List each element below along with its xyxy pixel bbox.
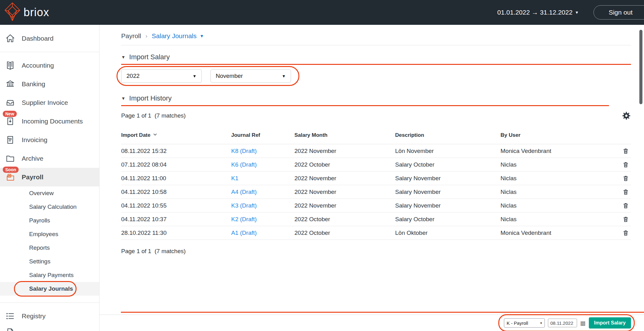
- sidebar-subitem-overview[interactable]: Overview: [0, 186, 99, 200]
- main-content: Payroll › Salary Journals ▼ ▼ Import Sal…: [99, 25, 644, 315]
- column-header-journal-ref: Journal Ref: [231, 132, 294, 144]
- journal-ref-link[interactable]: A4 (Draft): [231, 189, 257, 195]
- column-header-description: Description: [395, 132, 501, 144]
- sidebar-subitem-label: Salary Journals: [29, 285, 73, 292]
- cell-import-date: 08.11.2022 15:32: [121, 144, 231, 158]
- select-caret-icon: ▼: [282, 74, 286, 78]
- cell-by-user: Niclas: [501, 199, 611, 212]
- sidebar-subitem-label: Reports: [29, 244, 50, 251]
- gear-icon[interactable]: [622, 111, 631, 120]
- table-row: 04.11.2022 10:55 K3 (Draft) 2022 Novembe…: [121, 199, 631, 212]
- sidebar-subitem-payrolls[interactable]: Payrolls: [0, 214, 99, 227]
- trash-icon[interactable]: [622, 189, 629, 195]
- new-badge: New: [3, 111, 17, 117]
- journal-ref-link[interactable]: K2 (Draft): [231, 216, 257, 222]
- footer-controls: K - Payroll ▾ ▦ Import Salary: [504, 317, 631, 329]
- sidebar-subitem-reports[interactable]: Reports: [0, 241, 99, 255]
- column-label: Import Date: [121, 132, 150, 138]
- breadcrumb-current[interactable]: Salary Journals ▼: [152, 32, 204, 40]
- calendar-picker-icon[interactable]: ▦: [580, 320, 586, 326]
- cell-import-date: 04.11.2022 10:58: [121, 185, 231, 199]
- sort-desc-icon: [153, 132, 157, 138]
- column-header-by-user: By User: [501, 132, 611, 144]
- sidebar-subitem-label: Employees: [29, 231, 58, 238]
- home-icon: [5, 33, 15, 44]
- section-title: Import Salary: [129, 53, 170, 61]
- journal-type-select[interactable]: K - Payroll ▾: [504, 318, 545, 328]
- sidebar-subitem-salary-journals[interactable]: Salary Journals: [0, 282, 99, 296]
- cell-salary-month: 2022 November: [294, 199, 395, 212]
- invoice-document-icon: [5, 135, 15, 145]
- sidebar-subitem-settings[interactable]: Settings: [0, 255, 99, 268]
- table-row: 07.11.2022 08:04 K6 (Draft) 2022 October…: [121, 158, 631, 172]
- sidebar-item-partial[interactable]: [0, 326, 99, 331]
- breadcrumb-parent[interactable]: Payroll: [121, 32, 141, 40]
- journal-date-input[interactable]: [548, 319, 577, 327]
- journal-type-value: K - Payroll: [507, 320, 528, 326]
- select-caret-icon: ▾: [540, 321, 542, 325]
- journal-ref-link[interactable]: K3 (Draft): [231, 202, 257, 209]
- sidebar-item-label: Dashboard: [22, 35, 54, 42]
- sidebar-subitem-salary-payments[interactable]: Salary Payments: [0, 268, 99, 282]
- journal-ref-link[interactable]: K6 (Draft): [231, 161, 257, 168]
- cell-description: Lön November: [395, 144, 501, 158]
- sidebar-item-payroll[interactable]: Soon Payroll: [0, 168, 99, 186]
- sign-out-button[interactable]: Sign out: [593, 5, 644, 20]
- sidebar-item-incoming-documents[interactable]: New Incoming Documents: [0, 112, 99, 131]
- sidebar-subitem-salary-calculation[interactable]: Salary Calculation: [0, 200, 99, 214]
- sidebar-item-label: Accounting: [22, 62, 54, 69]
- journal-ref-link[interactable]: K8 (Draft): [231, 148, 257, 154]
- trash-icon[interactable]: [622, 230, 629, 236]
- bank-icon: [5, 79, 15, 89]
- sidebar-item-invoicing[interactable]: Invoicing: [0, 131, 99, 149]
- trash-icon[interactable]: [622, 148, 629, 154]
- cell-salary-month: 2022 November: [294, 144, 395, 158]
- payroll-icon: Soon: [5, 172, 15, 182]
- cell-description: Salary October: [395, 212, 501, 226]
- trash-icon[interactable]: [622, 161, 629, 168]
- sidebar-item-supplier-invoice[interactable]: Supplier Invoice: [0, 93, 99, 112]
- sidebar-item-accounting[interactable]: Accounting: [0, 56, 99, 75]
- sidebar-divider: [0, 302, 99, 303]
- sidebar-subitem-label: Salary Calculation: [29, 204, 77, 210]
- table-header-row: Import Date Journal Ref Salary Month Des…: [121, 132, 631, 144]
- trash-icon[interactable]: [622, 216, 629, 223]
- import-salary-button[interactable]: Import Salary: [589, 317, 631, 329]
- sidebar-item-archive[interactable]: Archive: [0, 149, 99, 168]
- journal-ref-link[interactable]: K1: [231, 175, 238, 181]
- annotation-line-import-history: [121, 105, 609, 106]
- table-row: 28.10.2022 11:30 A1 (Draft) 2022 October…: [121, 226, 631, 240]
- trash-icon[interactable]: [622, 202, 629, 209]
- page-info-top: Page 1 of 1 (7 matches): [121, 112, 186, 119]
- year-select[interactable]: 2022 ▼: [121, 69, 202, 83]
- cell-description: Salary October: [395, 158, 501, 172]
- sidebar-item-label: Registry: [22, 312, 46, 320]
- column-header-import-date[interactable]: Import Date: [121, 132, 231, 144]
- cell-description: Lön Oktober: [395, 226, 501, 240]
- brand-diamond-icon: [4, 2, 20, 23]
- breadcrumb-separator: ›: [145, 33, 147, 39]
- vertical-scrollbar[interactable]: [639, 30, 642, 104]
- sidebar-item-registry[interactable]: Registry: [0, 307, 99, 325]
- sidebar-subitem-employees[interactable]: Employees: [0, 227, 99, 241]
- sidebar-item-label: Invoicing: [22, 136, 47, 144]
- month-select[interactable]: November ▼: [210, 69, 291, 83]
- year-select-value: 2022: [126, 73, 139, 79]
- brand-logo[interactable]: briox: [4, 2, 49, 23]
- cell-import-date: 04.11.2022 10:37: [121, 212, 231, 226]
- trash-icon[interactable]: [622, 175, 629, 182]
- breadcrumb-current-label: Salary Journals: [152, 32, 197, 40]
- cell-import-date: 04.11.2022 10:55: [121, 199, 231, 212]
- journal-ref-link[interactable]: A1 (Draft): [231, 230, 257, 236]
- cell-salary-month: 2022 October: [294, 158, 395, 172]
- top-bar: briox 01.01.2022 → 31.12.2022 ▾ Sign out: [0, 0, 644, 25]
- ledger-book-icon: [5, 60, 15, 71]
- section-title: Import History: [129, 94, 172, 102]
- cell-by-user: Niclas: [501, 158, 611, 172]
- folder-icon: [5, 153, 15, 164]
- import-salary-section-toggle[interactable]: ▼ Import Salary: [121, 53, 631, 61]
- import-history-section-toggle[interactable]: ▼ Import History: [121, 94, 631, 103]
- date-range-selector[interactable]: 01.01.2022 → 31.12.2022 ▾: [497, 9, 578, 16]
- sidebar-item-dashboard[interactable]: Dashboard: [0, 29, 99, 48]
- sidebar-item-banking[interactable]: Banking: [0, 75, 99, 93]
